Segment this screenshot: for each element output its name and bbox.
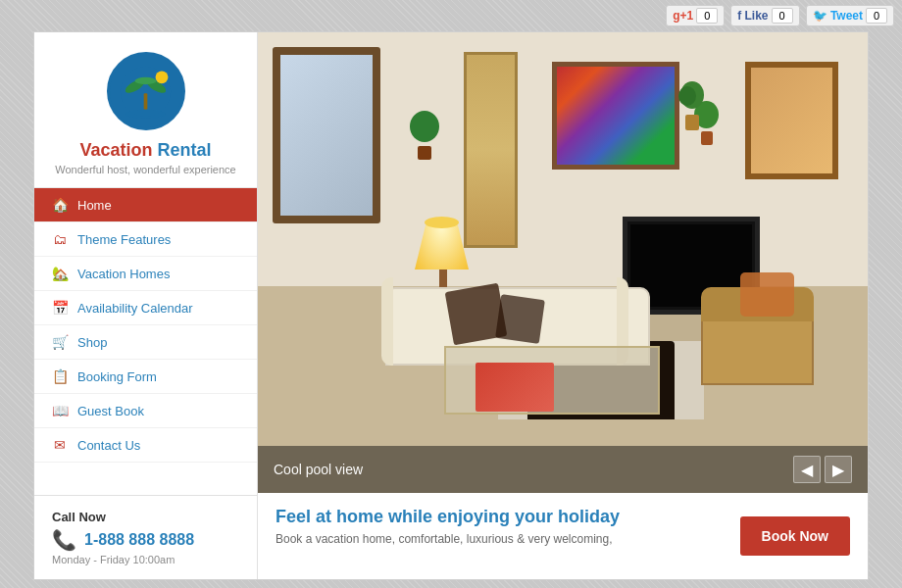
twitter-icon: 🐦 Tweet bbox=[813, 9, 863, 23]
main-wrapper: Vacation Rental Wonderful host, wonderfu… bbox=[33, 31, 869, 580]
svg-point-5 bbox=[156, 71, 169, 83]
book-now-button[interactable]: Book Now bbox=[740, 516, 850, 556]
home-icon: 🏠 bbox=[52, 197, 68, 213]
content-heading: Feel at home while enjoying your holiday bbox=[276, 507, 620, 527]
shop-icon: 🛒 bbox=[52, 334, 68, 350]
theme-features-icon: 🗂 bbox=[52, 231, 68, 247]
prev-arrow-icon: ◀ bbox=[801, 461, 813, 479]
title-vacation: Vacation bbox=[79, 140, 152, 160]
nav-item-availability[interactable]: 📅 Availability Calendar bbox=[34, 291, 257, 325]
hero-next-button[interactable]: ▶ bbox=[825, 456, 852, 483]
hero-caption-text: Cool pool view bbox=[274, 462, 363, 477]
nav-label-availability: Availability Calendar bbox=[77, 301, 193, 316]
hero-nav-arrows: ◀ ▶ bbox=[793, 456, 852, 483]
nav-menu: 🏠 Home 🗂 Theme Features 🏡 Vacation Homes… bbox=[34, 187, 257, 463]
facebook-icon: f Like bbox=[737, 9, 768, 23]
site-title: Vacation Rental bbox=[79, 140, 211, 161]
content-text-area: Feel at home while enjoying your holiday… bbox=[276, 507, 620, 546]
site-subtitle: Wonderful host, wonderful experience bbox=[55, 164, 235, 175]
nav-item-contact[interactable]: ✉ Contact Us bbox=[34, 428, 257, 463]
nav-item-shop[interactable]: 🛒 Shop bbox=[34, 325, 257, 360]
nav-item-vacation-homes[interactable]: 🏡 Vacation Homes bbox=[34, 257, 257, 291]
content-description: Book a vacation home, comfortable, luxur… bbox=[276, 532, 620, 546]
gplus-count: 0 bbox=[696, 8, 718, 24]
vacation-homes-icon: 🏡 bbox=[52, 266, 68, 281]
contact-icon: ✉ bbox=[52, 437, 68, 453]
phone-row: 📞 1-888 888 8888 bbox=[52, 528, 239, 552]
room-mirror-inner bbox=[280, 55, 373, 216]
social-bar: g+1 0 f Like 0 🐦 Tweet 0 bbox=[0, 0, 902, 31]
gplus-icon: g+1 bbox=[673, 9, 693, 23]
nav-label-home: Home bbox=[77, 198, 112, 213]
nav-label-booking: Booking Form bbox=[77, 369, 157, 384]
nav-label-shop: Shop bbox=[77, 335, 107, 350]
hero-prev-button[interactable]: ◀ bbox=[793, 456, 821, 483]
svg-point-4 bbox=[135, 76, 157, 83]
svg-point-6 bbox=[125, 109, 165, 118]
hero-caption: Cool pool view ◀ ▶ bbox=[258, 446, 868, 493]
logo-circle bbox=[107, 52, 185, 130]
nav-item-home[interactable]: 🏠 Home bbox=[34, 188, 257, 222]
nav-label-vacation-homes: Vacation Homes bbox=[77, 267, 170, 281]
calendar-icon: 📅 bbox=[52, 300, 68, 316]
nav-label-guestbook: Guest Book bbox=[77, 404, 144, 418]
booking-icon: 📋 bbox=[52, 368, 68, 384]
fb-count: 0 bbox=[772, 8, 793, 24]
hours-text: Monday - Friday 10:00am bbox=[52, 554, 239, 565]
nav-item-theme-features[interactable]: 🗂 Theme Features bbox=[34, 222, 257, 257]
title-rental: Rental bbox=[158, 140, 212, 160]
gplus-button[interactable]: g+1 0 bbox=[666, 5, 725, 26]
guestbook-icon: 📖 bbox=[52, 403, 68, 418]
facebook-button[interactable]: f Like 0 bbox=[730, 5, 799, 26]
content-bottom: Feel at home while enjoying your holiday… bbox=[258, 493, 868, 579]
twitter-button[interactable]: 🐦 Tweet 0 bbox=[806, 5, 894, 26]
contact-section: Call Now 📞 1-888 888 8888 Monday - Frida… bbox=[34, 495, 257, 579]
tw-count: 0 bbox=[866, 8, 887, 24]
svg-rect-1 bbox=[144, 93, 148, 109]
nav-label-theme-features: Theme Features bbox=[77, 232, 171, 247]
main-content: Cool pool view ◀ ▶ Feel at home while en… bbox=[258, 32, 868, 579]
next-arrow-icon: ▶ bbox=[832, 461, 844, 479]
hero-container: Cool pool view ◀ ▶ bbox=[258, 32, 868, 493]
phone-number: 1-888 888 8888 bbox=[84, 531, 194, 549]
nav-item-guestbook[interactable]: 📖 Guest Book bbox=[34, 394, 257, 428]
room-scene bbox=[258, 32, 868, 493]
phone-icon: 📞 bbox=[52, 528, 76, 552]
nav-label-contact: Contact Us bbox=[77, 438, 140, 453]
sidebar: Vacation Rental Wonderful host, wonderfu… bbox=[34, 32, 258, 579]
room-mirror bbox=[273, 47, 380, 223]
nav-item-booking[interactable]: 📋 Booking Form bbox=[34, 360, 257, 394]
call-now-label: Call Now bbox=[52, 510, 239, 524]
